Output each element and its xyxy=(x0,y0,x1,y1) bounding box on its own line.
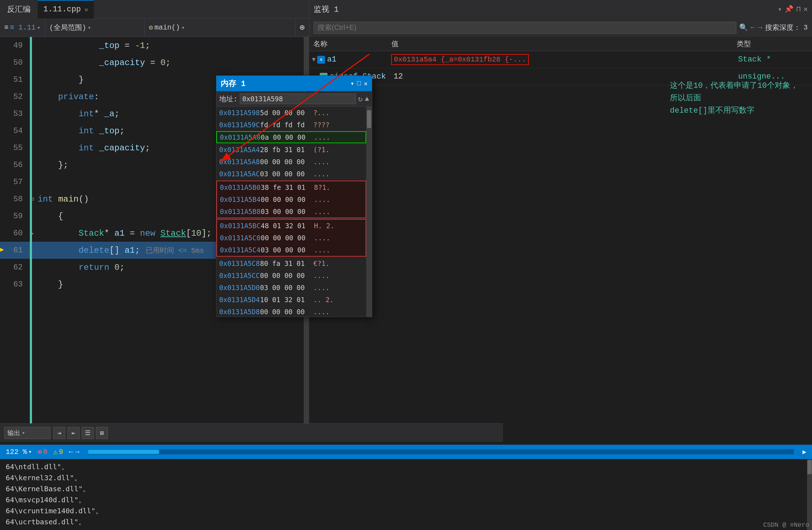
mem-ascii-5: .... xyxy=(313,158,330,166)
mem-ascii-15: .... xyxy=(313,284,330,291)
memory-addr-bar: 地址: ↻ ▲ xyxy=(216,91,372,107)
mem-hex-6: 03 00 00 00 xyxy=(260,170,313,178)
zoom-control[interactable]: 122 % ▾ xyxy=(6,448,32,456)
mem-ascii-4: (?1. xyxy=(313,146,330,154)
watch-search-icon[interactable]: 🔍 xyxy=(739,23,748,32)
output-scroll-thumb xyxy=(807,460,812,474)
mem-scroll-up[interactable]: ▲ xyxy=(365,95,369,103)
line-num-63: 63 xyxy=(0,280,27,289)
mem-hex-3: 0a 00 00 00 xyxy=(261,133,314,141)
scope-selector[interactable]: (全局范围) ▾ xyxy=(45,18,145,37)
mem-addr-2: 0x0131A59C xyxy=(219,121,260,129)
mem-hex-10: 48 01 32 01 xyxy=(261,222,314,230)
error-indicator[interactable]: ⊗ 0 xyxy=(38,448,48,456)
mem-hex-4: 28 fb 31 01 xyxy=(260,146,313,154)
mem-row-10: 0x0131A5BC 48 01 32 01 H. 2. xyxy=(217,220,366,232)
mem-row-9: 0x0131A5B8 03 00 00 00 .... xyxy=(217,205,366,218)
mem-addr-8: 0x0131A5B4 xyxy=(220,196,261,203)
code-text-58: int main() xyxy=(38,194,89,204)
mem-row-8: 0x0131A5B4 00 00 00 00 .... xyxy=(217,193,366,205)
watch-type-a1: Stack * xyxy=(738,55,809,64)
tab-bar: 反汇编 1.11.cpp ✕ 监视 1 ▾ 📌 ⊓ ✕ xyxy=(0,0,812,18)
decompile-tab[interactable]: 反汇编 xyxy=(0,0,38,18)
file-tab-name: 1.11.cpp xyxy=(43,5,81,14)
warning-count: 9 xyxy=(59,448,63,456)
function-selector[interactable]: ⊙ main() ▾ xyxy=(145,18,296,37)
mem-refresh-btn[interactable]: ↻ xyxy=(358,94,363,104)
bottom-btn-1[interactable]: ⇥ xyxy=(53,427,65,439)
watch-pin-icon[interactable]: 📌 xyxy=(785,5,794,14)
mem-addr-6: 0x0131A5AC xyxy=(219,170,260,178)
time-indicator: 已用时间 <= 5ms xyxy=(146,246,204,255)
watch-row-a1[interactable]: ▼ a a1 0x0131a5a4 {_a=0x0131fb28 {-... S… xyxy=(309,51,812,68)
mem-row-16: 0x0131A5D4 10 01 32 01 .. 2. xyxy=(216,294,366,306)
mem-ascii-3: .... xyxy=(314,133,330,141)
code-line-50: 50 _capacity = 0; xyxy=(0,54,309,71)
watch-icon-a1: a xyxy=(317,56,325,64)
mem-hex-14: 00 00 00 00 xyxy=(260,272,313,279)
line-num-60: 60 xyxy=(0,229,27,238)
tab-close-icon[interactable]: ✕ xyxy=(85,6,88,14)
mem-ascii-16: .. 2. xyxy=(313,296,334,304)
code-text-56: }; xyxy=(38,160,68,170)
watch-search-input[interactable] xyxy=(314,22,736,34)
mem-row-7: 0x0131A5B0 38 fe 31 01 8?1. xyxy=(217,181,366,193)
scope-label: (全局范围) xyxy=(49,23,86,32)
watch-pin2-icon[interactable]: ⊓ xyxy=(796,5,801,14)
file-tab[interactable]: 1.11.cpp ✕ xyxy=(38,0,94,18)
error-count: 0 xyxy=(43,448,48,456)
mem-row-11: 0x0131A5C0 00 00 00 00 .... xyxy=(217,232,366,244)
mem-hex-13: 80 fa 31 01 xyxy=(260,259,313,267)
mem-hex-17: 00 00 00 00 xyxy=(260,308,313,316)
mem-ascii-10: H. 2. xyxy=(314,222,334,230)
bottom-btn-3[interactable]: ☰ xyxy=(82,427,94,439)
mem-addr-input[interactable] xyxy=(240,93,356,104)
gutter-58: ⊟ xyxy=(27,196,38,203)
mem-row-1: 0x0131A598 5d 00 00 00 ?... xyxy=(216,107,366,119)
watch-dropdown-icon[interactable]: ▾ xyxy=(778,5,782,13)
warning-indicator[interactable]: ⚠ 9 xyxy=(53,448,63,456)
line-num-53: 53 xyxy=(0,109,27,118)
warning-icon: ⚠ xyxy=(53,448,58,456)
mem-ascii-17: .... xyxy=(313,308,330,316)
mem-row-14: 0x0131A5CC 00 00 00 00 .... xyxy=(216,269,366,282)
mem-restore-icon[interactable]: □ xyxy=(357,80,361,87)
scope-arrow: ▾ xyxy=(88,24,91,31)
status-bar: 122 % ▾ ⊗ 0 ⚠ 9 ← → ▶ xyxy=(0,445,812,459)
mem-ascii-2: ???? xyxy=(313,121,330,129)
mem-addr-1: 0x0131A598 xyxy=(219,109,260,117)
memory-scroll[interactable]: 0x0131A598 5d 00 00 00 ?... 0x0131A59C f… xyxy=(216,107,372,317)
bottom-btn-4[interactable]: ⊞ xyxy=(96,427,108,439)
bottom-dropdown-label: 输出 xyxy=(7,429,20,437)
expand-a1[interactable]: ▼ xyxy=(312,56,316,63)
function-icon: ⊙ xyxy=(149,23,153,32)
mem-close-icon[interactable]: ✕ xyxy=(364,80,368,87)
bottom-btn-group: ⇥ ⇤ ☰ ⊞ xyxy=(53,427,108,439)
mem-addr-16: 0x0131A5D4 xyxy=(219,296,260,304)
output-scrollbar[interactable] xyxy=(807,459,812,530)
bottom-dropdown[interactable]: 输出 ▾ xyxy=(4,427,50,439)
nav-left-icon[interactable]: ← xyxy=(751,23,755,32)
search-depth-value: 3 xyxy=(803,23,808,32)
scroll-right-arrow[interactable]: ▶ xyxy=(802,448,806,456)
mem-ascii-7: 8?1. xyxy=(314,183,330,191)
watch-close-icon[interactable]: ✕ xyxy=(803,5,808,14)
nav-prev-btn[interactable]: ← xyxy=(69,448,73,456)
nav-right-icon[interactable]: → xyxy=(758,23,762,32)
version-selector[interactable]: ≡ ≡ 1.11 ▾ xyxy=(0,18,45,37)
mem-row-5: 0x0131A5A8 00 00 00 00 .... xyxy=(216,156,366,168)
mem-dropdown-icon[interactable]: ▾ xyxy=(351,80,354,87)
mem-row-17: 0x0131A5D8 00 00 00 00 .... xyxy=(216,306,366,317)
bottom-btn-2[interactable]: ⇤ xyxy=(67,427,80,439)
line-num-55: 55 xyxy=(0,144,27,152)
mem-scrollbar[interactable] xyxy=(366,107,372,317)
mem-addr-4: 0x0131A5A4 xyxy=(219,146,260,154)
nav-next-btn[interactable]: → xyxy=(75,448,80,456)
line-num-56: 56 xyxy=(0,161,27,170)
mem-hex-16: 10 01 32 01 xyxy=(260,296,313,304)
mem-red-box-1: 0x0131A5B0 38 fe 31 01 8?1. 0x0131A5B4 0… xyxy=(216,181,366,218)
main-area: 49 _top = -1; 50 _capacity = 0; 51 } xyxy=(0,37,812,426)
code-text-51: } xyxy=(38,75,84,85)
h-scrollbar[interactable] xyxy=(88,449,794,454)
plus-button[interactable]: ⊕ xyxy=(296,18,309,37)
